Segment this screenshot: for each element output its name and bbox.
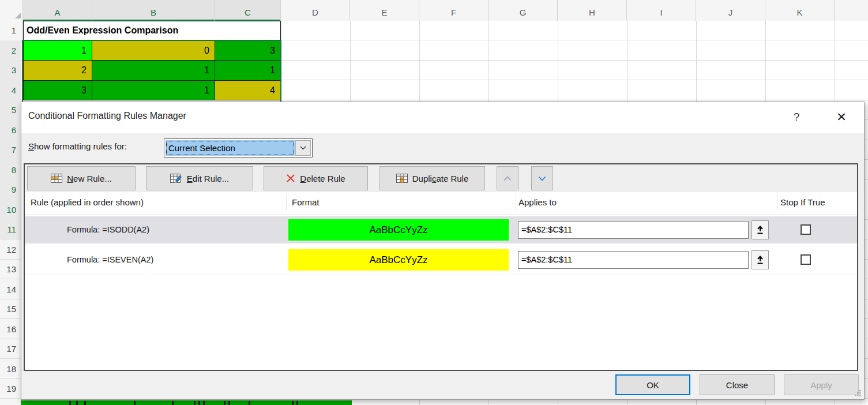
column-header-D[interactable]: D	[281, 0, 350, 21]
close-icon[interactable]: ✕	[832, 108, 851, 126]
column-header-F[interactable]: F	[419, 0, 489, 21]
range-select-arrow-icon	[756, 225, 764, 235]
select-all-triangle-icon	[14, 12, 21, 19]
new-rule-label: New Rule...	[67, 174, 112, 183]
row-header-1[interactable]: 1	[0, 21, 21, 41]
rule-formula: Formula: =ISEVEN(A2)	[67, 246, 153, 273]
duplicate-rule-grid-icon	[396, 174, 408, 183]
column-header-G[interactable]: G	[489, 0, 558, 21]
column-header-I[interactable]: I	[627, 0, 696, 21]
duplicate-rule-label: Duplicate Rule	[412, 174, 469, 183]
cell-A2[interactable]: 1	[23, 41, 92, 61]
column-header-B[interactable]: B	[92, 0, 215, 21]
scope-dropdown[interactable]: Current Selection	[164, 138, 313, 158]
dialog-title: Conditional Formatting Rules Manager	[28, 111, 186, 121]
row-header-2[interactable]: 2	[0, 41, 21, 61]
edit-rule-label: Edit Rule...	[187, 174, 229, 183]
row-header-18[interactable]: 18	[0, 359, 21, 380]
stop-if-true-checkbox[interactable]	[801, 254, 811, 265]
help-icon[interactable]: ?	[787, 108, 806, 126]
close-button[interactable]: Close	[700, 374, 775, 395]
cell-B3[interactable]: 1	[92, 61, 215, 81]
column-header-K[interactable]: K	[765, 0, 835, 21]
cell-B4[interactable]: 1	[92, 81, 215, 101]
excel-window: A B C D E F G H I J K 1 2 3 4 5 6 7 8 9 …	[0, 0, 868, 405]
column-divider	[516, 194, 516, 211]
row-header-16[interactable]: 16	[0, 320, 21, 340]
col-header-format: Format	[292, 197, 320, 207]
delete-rule-button[interactable]: Delete Rule	[264, 166, 368, 190]
chevron-down-icon	[300, 146, 306, 150]
move-rule-up-button[interactable]	[497, 166, 518, 190]
column-header-overflow	[835, 0, 868, 21]
show-formatting-rules-label: Show formatting rules for:	[28, 141, 127, 151]
cell-C3[interactable]: 1	[215, 61, 281, 81]
row-header-6[interactable]: 6	[0, 121, 21, 141]
cell-A3[interactable]: 2	[23, 61, 92, 81]
scope-dropdown-value: Current Selection	[166, 140, 295, 156]
col-header-stop-if-true: Stop If True	[780, 197, 825, 207]
chevron-down-icon	[538, 176, 546, 181]
range-select-arrow-icon	[756, 255, 764, 265]
column-header-C[interactable]: C	[215, 0, 281, 21]
delete-rule-label: Delete Rule	[300, 174, 345, 183]
resize-grip-icon[interactable]	[854, 389, 861, 396]
rule-row-iseven[interactable]: Formula: =ISEVEN(A2) AaBbCcYyZz =$A$2:$C…	[25, 246, 857, 273]
new-rule-button[interactable]: New Rule...	[27, 166, 136, 190]
move-rule-down-button[interactable]	[531, 166, 553, 190]
new-rule-grid-icon	[51, 174, 62, 183]
collapse-dialog-range-button[interactable]	[751, 220, 769, 239]
row-header-20[interactable]: 20	[0, 399, 21, 405]
row-header-12[interactable]: 12	[0, 240, 21, 260]
edit-rule-button[interactable]: Edit Rule...	[146, 166, 253, 190]
cell-B2[interactable]: 0	[92, 41, 215, 61]
duplicate-rule-button[interactable]: Duplicate Rule	[379, 166, 485, 190]
rules-list: Rule (applied in order shown) Format App…	[25, 192, 857, 370]
row-header-4[interactable]: 4	[0, 81, 21, 101]
row-header-14[interactable]: 14	[0, 280, 21, 300]
row-header-15[interactable]: 15	[0, 299, 21, 320]
delete-x-icon	[286, 174, 295, 183]
cell-C2[interactable]: 3	[215, 41, 281, 61]
scope-dropdown-button[interactable]	[295, 140, 311, 156]
row-header-19[interactable]: 19	[0, 379, 21, 399]
column-header-H[interactable]: H	[558, 0, 627, 21]
applies-to-input[interactable]: =$A$2:$C$11	[518, 251, 749, 269]
row-header-10[interactable]: 10	[0, 200, 21, 220]
cell-A4[interactable]: 3	[23, 81, 92, 101]
header-divider	[25, 214, 857, 215]
row-header-9[interactable]: 9	[0, 180, 21, 200]
format-preview: AaBbCcYyZz	[288, 249, 509, 271]
row-header-5[interactable]: 5	[0, 100, 21, 121]
row-header-3[interactable]: 3	[0, 61, 21, 81]
rule-row-isodd[interactable]: Formula: =ISODD(A2) AaBbCcYyZz =$A$2:$C$…	[25, 216, 857, 243]
row-20-clipped-cells	[21, 400, 352, 405]
cell-A1-title[interactable]: Odd/Even Expression Comparison	[23, 21, 281, 41]
apply-button: Apply	[784, 374, 859, 395]
row-header-11[interactable]: 11	[0, 220, 21, 240]
stop-if-true-checkbox[interactable]	[801, 224, 811, 235]
row-header-8[interactable]: 8	[0, 160, 21, 181]
column-header-J[interactable]: J	[696, 0, 765, 21]
rules-toolbar: New Rule... Edit Rule...	[25, 164, 857, 192]
applies-to-input[interactable]: =$A$2:$C$11	[518, 221, 749, 239]
ok-button[interactable]: OK	[615, 374, 690, 395]
col-header-applies-to: Applies to	[518, 197, 557, 207]
column-header-E[interactable]: E	[350, 0, 419, 21]
column-header-A[interactable]: A	[23, 0, 92, 21]
collapse-dialog-range-button[interactable]	[751, 250, 769, 269]
rules-frame: New Rule... Edit Rule...	[24, 163, 858, 371]
cell-C4[interactable]: 4	[215, 81, 281, 101]
column-divider	[777, 194, 777, 211]
dialog-titlebar[interactable]: Conditional Formatting Rules Manager ? ✕	[21, 102, 864, 133]
column-divider	[286, 194, 287, 211]
row-header-13[interactable]: 13	[0, 260, 21, 280]
row-numbers: 1 2 3 4 5 6 7 8 9 10 11 12 13 14 15 16 1…	[0, 21, 21, 405]
select-all-corner[interactable]	[0, 0, 23, 21]
row-divider	[25, 275, 857, 275]
row-header-7[interactable]: 7	[0, 140, 21, 160]
column-header-row: A B C D E F G H I J K	[0, 0, 868, 21]
row-header-17[interactable]: 17	[0, 339, 21, 359]
format-preview: AaBbCcYyZz	[288, 219, 509, 241]
conditional-formatting-rules-manager-dialog: Conditional Formatting Rules Manager ? ✕…	[21, 102, 865, 400]
